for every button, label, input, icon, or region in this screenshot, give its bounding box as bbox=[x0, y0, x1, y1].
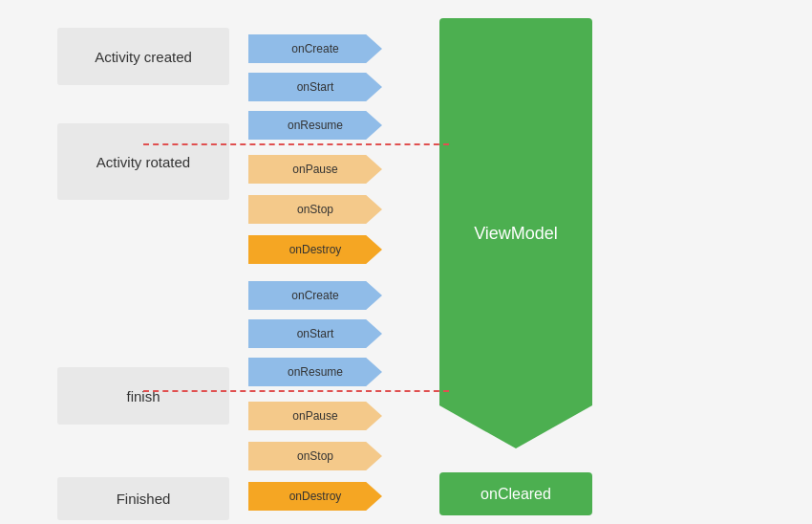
arrow-onstart-2: onStart bbox=[248, 319, 382, 348]
dashed-line-1 bbox=[143, 143, 449, 145]
arrow-onpause-1: onPause bbox=[248, 155, 382, 184]
viewmodel-bar: ViewModel bbox=[439, 18, 592, 448]
arrow-ondestroy-1: onDestroy bbox=[248, 235, 382, 264]
arrow-onstop-2: onStop bbox=[248, 442, 382, 470]
label-finish: finish bbox=[57, 367, 229, 425]
label-activity-rotated: Activity rotated bbox=[57, 123, 229, 200]
labels-column: Activity created Activity rotated finish… bbox=[48, 13, 239, 511]
label-activity-created: Activity created bbox=[57, 28, 229, 85]
lifecycle-diagram: Activity created Activity rotated finish… bbox=[48, 13, 764, 511]
arrow-oncreate-2: onCreate bbox=[248, 281, 382, 310]
viewmodel-column: ViewModel onCleared bbox=[439, 13, 592, 511]
arrow-onresume-1: onResume bbox=[248, 111, 382, 140]
label-finished: Finished bbox=[57, 477, 229, 520]
arrow-ondestroy-2: onDestroy bbox=[248, 482, 382, 511]
dashed-line-2 bbox=[143, 390, 449, 392]
oncleared-box: onCleared bbox=[439, 472, 592, 515]
arrows-column: onCreate onStart onResume onPause onStop… bbox=[239, 13, 430, 511]
arrow-onpause-2: onPause bbox=[248, 402, 382, 430]
arrow-onstart-1: onStart bbox=[248, 73, 382, 101]
arrow-onresume-2: onResume bbox=[248, 358, 382, 386]
arrow-onstop-1: onStop bbox=[248, 195, 382, 224]
arrow-oncreate-1: onCreate bbox=[248, 34, 382, 63]
